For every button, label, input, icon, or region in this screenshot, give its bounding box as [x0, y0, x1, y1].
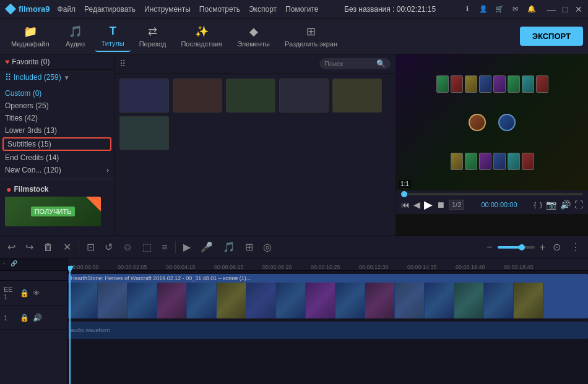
stabilize-button[interactable]: ≡: [159, 241, 170, 254]
titles-panel: ⠿ 🔍: [115, 54, 396, 236]
category-openers[interactable]: Openers (25): [0, 100, 114, 112]
user-button[interactable]: 👤: [478, 4, 489, 15]
tool-media[interactable]: 📁 Медиафайл: [5, 21, 56, 51]
audio-track[interactable]: audio waveform: [68, 322, 588, 339]
export-button[interactable]: ЭКСПОРТ: [520, 27, 583, 46]
track-1-lock-button[interactable]: 🔒: [20, 289, 29, 297]
maximize-button[interactable]: □: [561, 5, 569, 14]
fullscreen-button[interactable]: ⛶: [574, 200, 583, 210]
crop-button[interactable]: ☺: [120, 241, 135, 254]
transition-icon: ⇄: [148, 25, 157, 38]
thumb-frame: [514, 283, 543, 318]
category-endcredits[interactable]: End Credits (14): [0, 151, 114, 164]
add-track-icon[interactable]: +: [0, 260, 6, 267]
thumb-frame: [395, 283, 425, 318]
newcon-label: New Con... (120): [5, 166, 61, 174]
undo-button[interactable]: ↩: [5, 240, 18, 254]
tool-split-screen[interactable]: ⊞ Разделить экран: [279, 21, 344, 51]
mail-button[interactable]: ✉: [510, 4, 521, 15]
game-card: [522, 153, 534, 170]
stop-button[interactable]: ⏹: [436, 200, 445, 210]
rotate-button[interactable]: ↺: [102, 240, 115, 254]
progress-bar[interactable]: [401, 193, 583, 195]
title-card[interactable]: [119, 116, 169, 150]
trim-end-icon[interactable]: }: [540, 201, 542, 208]
play-button[interactable]: ▶: [424, 198, 433, 211]
timeline-settings-button[interactable]: ⋮: [568, 240, 583, 254]
delete-button[interactable]: 🗑: [41, 241, 56, 254]
extra-controls: { } 📷 🔊 ⛶: [534, 200, 583, 210]
video-track[interactable]: HearthStone: Heroes of Warcraft 2019.02.…: [68, 274, 588, 318]
go-start-button[interactable]: ⏮: [401, 200, 410, 210]
menu-edit[interactable]: Редактировать: [84, 5, 136, 14]
tool-transition-label: Переход: [139, 40, 166, 48]
zoom-fit-button[interactable]: ⊙: [550, 240, 563, 254]
category-newcon[interactable]: New Con... (120) ›: [0, 164, 114, 176]
tool-elements[interactable]: ◆ Элементы: [231, 21, 276, 51]
zoom-slider[interactable]: [498, 246, 535, 249]
zoom-in-button[interactable]: +: [537, 241, 548, 254]
title-card[interactable]: [332, 79, 382, 113]
motion-track-button[interactable]: ◎: [261, 240, 274, 254]
track-audio-mute-button[interactable]: 🔊: [33, 314, 42, 322]
pip-button[interactable]: ⊞: [243, 240, 256, 254]
menu-help[interactable]: Помогите: [285, 5, 318, 14]
audio-detach-button[interactable]: 🎵: [220, 240, 238, 254]
search-input[interactable]: [324, 60, 374, 67]
snapshot-button[interactable]: 📷: [546, 200, 556, 210]
tool-titles[interactable]: T Титулы: [95, 21, 131, 52]
title-card[interactable]: [279, 79, 329, 113]
title-card[interactable]: [173, 79, 222, 113]
thumb-frame: [98, 283, 128, 318]
speed-button[interactable]: ▶: [181, 240, 193, 254]
step-back-button[interactable]: ◀: [413, 200, 420, 210]
filmstock-thumbnail[interactable]: ПОЛУЧИТЬ: [5, 197, 101, 226]
title-card[interactable]: [119, 79, 169, 113]
ruler-mark-3: 00:00:06:15: [214, 264, 244, 270]
favorites-bar: ♥ Favorite (0): [0, 54, 114, 70]
category-lower3rds[interactable]: Lower 3rds (13): [0, 124, 114, 137]
zoom-out-button[interactable]: −: [484, 241, 495, 254]
menu-export[interactable]: Экспорт: [249, 5, 277, 14]
category-subtitles[interactable]: Subtitles (15): [2, 137, 111, 151]
title-card[interactable]: [226, 79, 275, 113]
menu-file[interactable]: Файл: [58, 5, 76, 14]
game-card: [536, 75, 548, 93]
trim-icon[interactable]: {: [534, 201, 537, 208]
thumb-frame: [484, 283, 514, 318]
cut-button[interactable]: ✕: [61, 240, 74, 254]
pan-button[interactable]: ⬚: [140, 240, 154, 254]
search-bar: ⠿ 🔍: [115, 54, 396, 74]
playhead[interactable]: [69, 271, 71, 384]
tool-transition[interactable]: ⇄ Переход: [133, 21, 173, 51]
arrow-right-icon: ›: [106, 166, 109, 174]
split-icon: ⊞: [306, 25, 316, 38]
info-button[interactable]: ℹ: [462, 4, 473, 15]
search-input-wrap: 🔍: [319, 58, 391, 69]
titlebar: filmora9 Файл Редактировать Инструменты …: [0, 0, 588, 19]
track-audio-lock-button[interactable]: 🔒: [20, 314, 29, 322]
cart-button[interactable]: 🛒: [494, 4, 505, 15]
timeline-area: ↩ ↪ 🗑 ✕ ⊡ ↺ ☺ ⬚ ≡ ▶ 🎤 🎵 ⊞ ◎ − + ⊙ ⋮ +: [0, 236, 588, 384]
close-button[interactable]: ✕: [574, 5, 583, 14]
minimize-button[interactable]: —: [547, 5, 556, 14]
content-area: ♥ Favorite (0) ⠿ Included (259) ▼ Custom…: [0, 54, 588, 236]
category-titles[interactable]: Titles (42): [0, 112, 114, 124]
voiceover-button[interactable]: 🎤: [198, 240, 215, 254]
filmstock-cta-button[interactable]: ПОЛУЧИТЬ: [31, 207, 76, 216]
trim-button[interactable]: ⊡: [84, 240, 97, 254]
tool-effects[interactable]: ✨ Последствия: [175, 21, 228, 51]
link-icon[interactable]: 🔗: [8, 260, 17, 267]
menu-tools[interactable]: Инструменты: [144, 5, 191, 14]
volume-button[interactable]: 🔊: [560, 200, 571, 210]
thumb-frame: [217, 283, 246, 318]
tool-audio[interactable]: 🎵 Аудио: [58, 21, 93, 51]
menu-view[interactable]: Посмотреть: [199, 5, 240, 14]
notification-button[interactable]: 🔔: [526, 4, 537, 15]
category-custom[interactable]: Custom (0): [0, 87, 114, 100]
track-1-visible-button[interactable]: 👁: [33, 289, 40, 297]
included-header[interactable]: ⠿ Included (259) ▼: [0, 70, 114, 85]
grid-view-icon[interactable]: ⠿: [119, 59, 126, 69]
game-card: [451, 153, 463, 170]
redo-button[interactable]: ↪: [23, 240, 36, 254]
